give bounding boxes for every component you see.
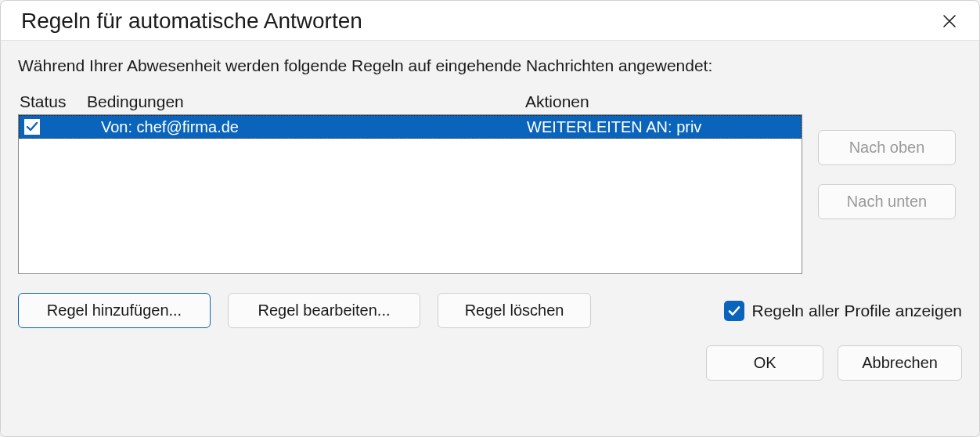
reorder-buttons: Nach oben Nach unten bbox=[818, 92, 956, 274]
move-down-button[interactable]: Nach unten bbox=[818, 184, 956, 219]
checkmark-icon bbox=[727, 304, 741, 318]
move-up-button[interactable]: Nach oben bbox=[818, 130, 956, 165]
main-row: Status Bedingungen Aktionen Von: chef@fi… bbox=[18, 92, 962, 274]
column-header-conditions: Bedingungen bbox=[87, 92, 525, 111]
rule-condition-cell: Von: chef@firma.de bbox=[88, 118, 527, 136]
cancel-button[interactable]: Abbrechen bbox=[838, 345, 962, 381]
checkbox-box bbox=[724, 301, 744, 321]
rules-table-area: Status Bedingungen Aktionen Von: chef@fi… bbox=[18, 92, 802, 274]
add-rule-button[interactable]: Regel hinzufügen... bbox=[18, 293, 211, 328]
dialog-description: Während Ihrer Abwesenheit werden folgend… bbox=[18, 56, 962, 75]
show-all-profiles-checkbox[interactable]: Regeln aller Profile anzeigen bbox=[724, 301, 963, 321]
auto-reply-rules-dialog: Regeln für automatische Antworten Währen… bbox=[0, 0, 980, 437]
rules-grid[interactable]: Von: chef@firma.de WEITERLEITEN AN: priv bbox=[18, 114, 802, 274]
dialog-title: Regeln für automatische Antworten bbox=[21, 9, 362, 34]
footer-buttons: OK Abbrechen bbox=[18, 345, 962, 381]
ok-button[interactable]: OK bbox=[706, 345, 823, 381]
bottom-toolbar: Regel hinzufügen... Regel bearbeiten... … bbox=[18, 293, 962, 328]
titlebar: Regeln für automatische Antworten bbox=[1, 1, 979, 40]
column-header-actions: Aktionen bbox=[525, 92, 802, 111]
delete-rule-button[interactable]: Regel löschen bbox=[438, 293, 591, 328]
dialog-content: Während Ihrer Abwesenheit werden folgend… bbox=[1, 40, 979, 436]
show-all-profiles-label: Regeln aller Profile anzeigen bbox=[752, 302, 963, 320]
rule-row[interactable]: Von: chef@firma.de WEITERLEITEN AN: priv bbox=[19, 115, 802, 139]
rule-status-checkbox[interactable] bbox=[24, 119, 40, 135]
rule-action-cell: WEITERLEITEN AN: priv bbox=[527, 118, 801, 136]
close-button[interactable] bbox=[937, 9, 962, 34]
column-header-status: Status bbox=[18, 92, 87, 111]
checkmark-icon bbox=[26, 121, 38, 133]
close-icon bbox=[942, 14, 957, 28]
column-headers: Status Bedingungen Aktionen bbox=[18, 92, 802, 114]
edit-rule-button[interactable]: Regel bearbeiten... bbox=[228, 293, 420, 328]
rule-status-cell bbox=[20, 119, 88, 135]
